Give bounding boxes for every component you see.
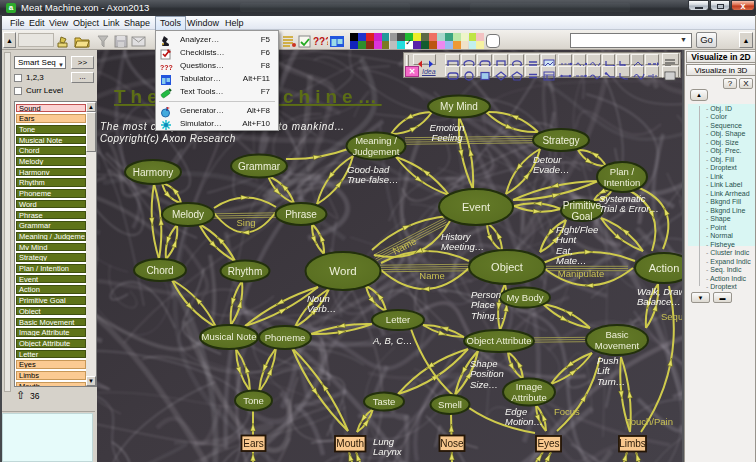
svg-text:Mouth: Mouth bbox=[336, 438, 364, 449]
svg-text:Focus: Focus bbox=[554, 406, 580, 417]
svg-text:Event: Event bbox=[462, 201, 490, 213]
svg-text:Musical Note: Musical Note bbox=[202, 331, 257, 342]
svg-text:Phoneme: Phoneme bbox=[265, 332, 306, 343]
svg-text:My Mind: My Mind bbox=[440, 101, 478, 112]
svg-text:Motion…: Motion… bbox=[505, 416, 543, 427]
svg-text:Action: Action bbox=[649, 262, 680, 274]
svg-text:Judgement: Judgement bbox=[352, 146, 399, 157]
svg-text:Limbs: Limbs bbox=[619, 438, 646, 449]
svg-text:Mate…: Mate… bbox=[556, 255, 587, 266]
svg-text:My Body: My Body bbox=[507, 292, 544, 303]
svg-text:Manipulate: Manipulate bbox=[558, 268, 604, 279]
svg-text:Object Attribute: Object Attribute bbox=[467, 335, 532, 346]
svg-text:Balance…: Balance… bbox=[637, 296, 681, 307]
svg-text:Intention: Intention bbox=[604, 177, 640, 188]
svg-text:Smell: Smell bbox=[438, 399, 462, 410]
svg-text:Larynx: Larynx bbox=[373, 446, 403, 457]
svg-text:Meeting…: Meeting… bbox=[441, 241, 484, 252]
svg-text:Rhythm: Rhythm bbox=[228, 266, 262, 277]
svg-text:Movement: Movement bbox=[595, 340, 640, 351]
svg-text:Verb…: Verb… bbox=[307, 303, 336, 314]
svg-text:Primitive: Primitive bbox=[563, 200, 602, 211]
svg-text:Grammar: Grammar bbox=[238, 161, 281, 172]
svg-text:Plan /: Plan / bbox=[610, 166, 635, 177]
svg-text:A, B, C…: A, B, C… bbox=[372, 335, 413, 346]
svg-text:Harmony: Harmony bbox=[133, 167, 174, 178]
svg-text:Feeling: Feeling bbox=[431, 132, 463, 143]
svg-text:Phrase: Phrase bbox=[285, 209, 317, 220]
svg-text:True-false…: True-false… bbox=[347, 174, 399, 185]
svg-text:Size…: Size… bbox=[470, 379, 498, 390]
svg-text:Eyes: Eyes bbox=[537, 438, 559, 449]
svg-text:Object: Object bbox=[491, 261, 523, 273]
svg-text:Nose: Nose bbox=[440, 438, 464, 449]
svg-text:Strategy: Strategy bbox=[542, 135, 579, 146]
svg-text:Name: Name bbox=[419, 270, 444, 281]
svg-text:Touch/Pain: Touch/Pain bbox=[626, 416, 673, 427]
svg-text:Goal: Goal bbox=[571, 211, 592, 222]
svg-text:Turn…: Turn… bbox=[597, 376, 625, 387]
svg-text:Thing…: Thing… bbox=[471, 310, 504, 321]
svg-text:Image: Image bbox=[516, 381, 542, 392]
svg-text:Basic: Basic bbox=[605, 329, 628, 340]
svg-text:Taste: Taste bbox=[373, 396, 396, 407]
svg-text:Sequence: Sequence bbox=[661, 311, 683, 322]
svg-text:Tone: Tone bbox=[243, 395, 264, 406]
svg-text:Meaning /: Meaning / bbox=[355, 135, 397, 146]
svg-text:Sing: Sing bbox=[236, 217, 255, 228]
svg-text:Copyright(c) Axon Research: Copyright(c) Axon Research bbox=[100, 133, 236, 144]
svg-text:Word: Word bbox=[329, 265, 356, 277]
svg-text:Attribute: Attribute bbox=[511, 392, 546, 403]
svg-text:Chord: Chord bbox=[146, 265, 173, 276]
svg-text:Evade…: Evade… bbox=[533, 164, 569, 175]
svg-text:Ears: Ears bbox=[243, 438, 264, 449]
svg-text:Trial & Error…: Trial & Error… bbox=[599, 203, 659, 214]
svg-text:???: ??? bbox=[160, 64, 173, 71]
svg-text:Letter: Letter bbox=[386, 314, 410, 325]
svg-text:Melody: Melody bbox=[172, 209, 204, 220]
svg-text:???: ??? bbox=[313, 36, 328, 47]
